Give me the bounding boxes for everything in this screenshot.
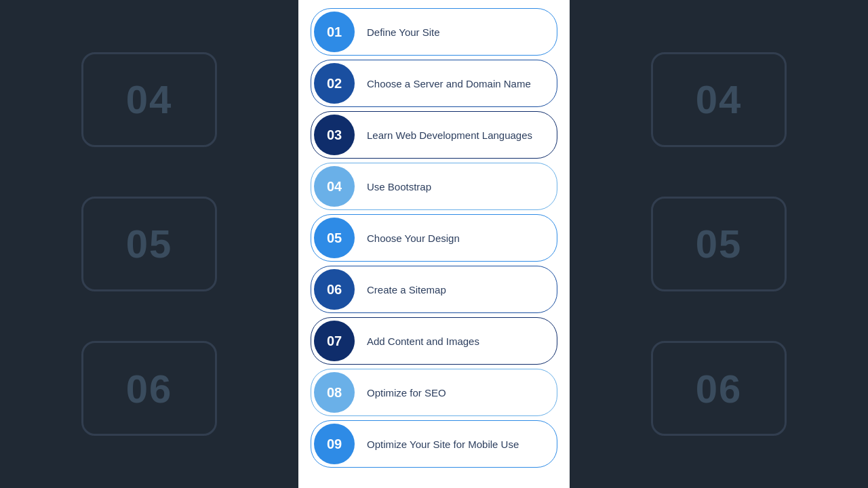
step-number-02: 02: [314, 63, 355, 104]
list-item-06[interactable]: 06Create a Sitemap: [311, 266, 557, 313]
list-item-08[interactable]: 08Optimize for SEO: [311, 369, 557, 416]
step-label-03: Learn Web Development Languages: [355, 129, 557, 141]
list-item-04[interactable]: 04Use Bootstrap: [311, 163, 557, 210]
bg-badge-r-05: 05: [651, 197, 787, 291]
list-item-05[interactable]: 05Choose Your Design: [311, 214, 557, 262]
step-label-09: Optimize Your Site for Mobile Use: [355, 439, 557, 450]
step-number-03: 03: [314, 115, 355, 155]
step-number-08: 08: [314, 372, 355, 413]
list-item-01[interactable]: 01Define Your Site: [311, 8, 557, 56]
list-item-09[interactable]: 09Optimize Your Site for Mobile Use: [311, 420, 557, 468]
step-label-04: Use Bootstrap: [355, 181, 557, 192]
bg-badge-05: 05: [81, 197, 217, 291]
step-number-04: 04: [314, 166, 355, 207]
bg-badge-06: 06: [81, 341, 217, 436]
step-number-05: 05: [314, 218, 355, 258]
list-item-07[interactable]: 07Add Content and Images: [311, 317, 557, 365]
step-number-07: 07: [314, 321, 355, 361]
step-label-08: Optimize for SEO: [355, 387, 557, 399]
background-left: 04 05 06: [0, 0, 298, 488]
step-number-06: 06: [314, 269, 355, 310]
step-label-06: Create a Sitemap: [355, 284, 557, 296]
steps-list: 01Define Your Site02Choose a Server and …: [298, 0, 570, 488]
step-label-02: Choose a Server and Domain Name: [355, 78, 557, 89]
step-label-01: Define Your Site: [355, 26, 557, 38]
step-number-09: 09: [314, 424, 355, 464]
step-label-07: Add Content and Images: [355, 336, 557, 347]
bg-badge-04: 04: [81, 52, 217, 147]
step-label-05: Choose Your Design: [355, 232, 557, 244]
background-right: 04 05 06: [570, 0, 868, 488]
step-number-01: 01: [314, 12, 355, 52]
list-item-02[interactable]: 02Choose a Server and Domain Name: [311, 60, 557, 107]
bg-badge-r-04: 04: [651, 52, 787, 147]
bg-badge-r-06: 06: [651, 341, 787, 436]
list-item-03[interactable]: 03Learn Web Development Languages: [311, 111, 557, 159]
